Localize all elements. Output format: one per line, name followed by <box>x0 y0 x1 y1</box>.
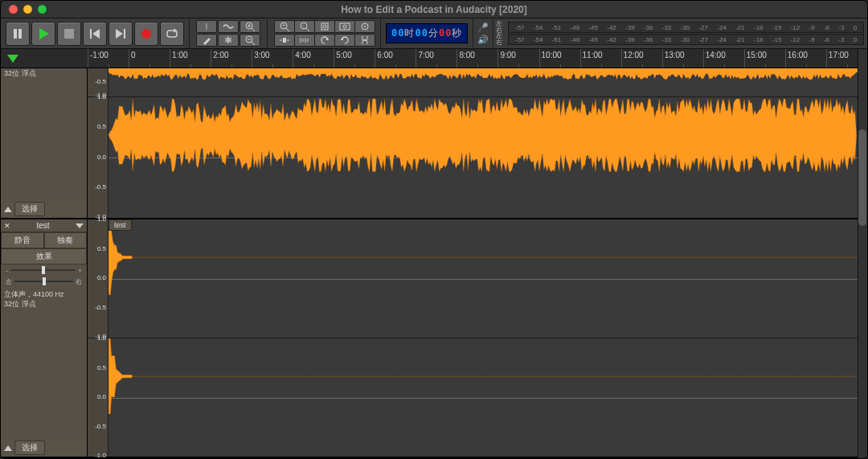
track-2-footer: 选择 <box>1 439 87 457</box>
fit-selection-button[interactable] <box>314 20 335 33</box>
ruler-tick: 14:00 <box>703 49 744 68</box>
ruler-tick: 10:00 <box>539 49 580 68</box>
svg-rect-4 <box>90 29 92 39</box>
window-title: How to Edit a Podcast in Audacity [2020] <box>1 4 867 15</box>
counter-minutes: 00 <box>415 27 428 39</box>
zoom-edit-toolbar: + - <box>268 18 381 48</box>
pause-button[interactable] <box>6 22 30 46</box>
close-window-button[interactable] <box>9 5 18 14</box>
minimize-window-button[interactable] <box>23 5 32 14</box>
select-button[interactable]: 选择 <box>14 441 45 455</box>
svg-rect-0 <box>14 29 17 39</box>
fit-project-button[interactable] <box>334 20 355 33</box>
loop-button[interactable] <box>160 22 184 46</box>
solo-button[interactable]: 独奏 <box>44 232 88 248</box>
zoom-toggle-button[interactable] <box>354 20 375 33</box>
track-2-format: 立体声，44100 Hz 32位 浮点 <box>1 287 87 311</box>
ruler-tick: 1:00 <box>170 49 211 68</box>
main-toolbar: I ✱ + - 00 <box>1 18 867 49</box>
svg-text:-: - <box>302 23 305 28</box>
skip-end-button[interactable] <box>108 22 133 46</box>
skip-start-button[interactable] <box>83 22 107 46</box>
envelope-tool[interactable] <box>218 20 239 33</box>
track-1-panel: 32位 浮点 选择 <box>1 68 88 218</box>
svg-point-26 <box>343 25 346 28</box>
close-track-icon[interactable]: ✕ <box>4 222 10 230</box>
svg-marker-38 <box>108 219 867 295</box>
vertical-scrollbar[interactable] <box>858 49 867 458</box>
play-meter-labels: 左右 <box>493 33 505 46</box>
waveform-right[interactable] <box>108 338 867 457</box>
mute-button[interactable]: 静音 <box>1 232 44 248</box>
track-1-footer: 选择 <box>1 200 87 218</box>
ruler-tick: 3:00 <box>252 49 293 68</box>
svg-point-28 <box>364 26 366 27</box>
amp-scale: 1.00.50.0-0.5-1.0 <box>88 338 108 457</box>
ruler-tick: 7:00 <box>416 49 457 68</box>
microphone-icon[interactable]: 🎤 <box>477 23 489 33</box>
time-counter-toolbar: 00时00分00秒 <box>381 18 473 48</box>
speaker-icon[interactable]: 🔊 <box>477 35 489 45</box>
stop-button[interactable] <box>57 22 81 46</box>
silence-audio-button[interactable] <box>294 34 315 47</box>
ruler-tick: 5:00 <box>334 49 375 68</box>
waveform[interactable] <box>108 68 867 96</box>
playhead-icon[interactable] <box>7 55 18 63</box>
waveform-left[interactable] <box>108 219 867 338</box>
ruler-tick: 15:00 <box>744 49 785 68</box>
draw-tool[interactable] <box>196 34 217 47</box>
svg-point-24 <box>323 25 326 28</box>
svg-rect-1 <box>18 29 22 39</box>
ruler-tick: 16:00 <box>785 49 826 68</box>
selection-tool[interactable]: I <box>196 20 217 33</box>
maximize-window-button[interactable] <box>38 5 47 14</box>
counter-seconds: 00 <box>439 27 452 39</box>
scrollbar-thumb[interactable] <box>858 129 866 226</box>
svg-rect-7 <box>124 29 125 39</box>
ruler-tick: 13:00 <box>662 49 703 68</box>
collapse-up-icon[interactable] <box>4 445 12 451</box>
play-button[interactable] <box>31 22 55 46</box>
timeline-ruler[interactable]: -1:0001:002:003:004:005:006:007:008:009:… <box>1 49 867 68</box>
svg-text:+: + <box>282 23 285 28</box>
ruler-tick: 2:00 <box>211 49 252 68</box>
track-1-body[interactable]: -0.5 -1.0 1.00.50.0-0.5-1.0 <box>88 68 867 218</box>
track-1-format: 32位 浮点 <box>1 68 87 80</box>
track-2: ✕ test 静音 独奏 效果 - + 左 右 <box>1 219 867 458</box>
redo-button[interactable] <box>334 34 355 47</box>
select-button[interactable]: 选择 <box>14 202 45 216</box>
ruler-tick: 6:00 <box>375 49 416 68</box>
amp-scale: 1.00.50.0-0.5-1.0 <box>88 97 108 218</box>
titlebar: How to Edit a Podcast in Audacity [2020] <box>1 1 867 18</box>
time-counter[interactable]: 00时00分00秒 <box>386 23 468 43</box>
undo-button[interactable] <box>314 34 335 47</box>
gain-slider[interactable]: - + <box>1 264 87 276</box>
collapse-up-icon[interactable] <box>4 207 12 212</box>
clip-label[interactable]: test <box>108 219 132 231</box>
waveform[interactable] <box>108 97 867 218</box>
recording-meter[interactable]: -57-54-51-48-45-42-39-36-33-30-27-24-21-… <box>508 22 864 33</box>
record-button[interactable] <box>134 22 158 46</box>
multi-tool[interactable]: ✱ <box>218 34 239 47</box>
zoom-in-tool-icon[interactable] <box>240 20 260 33</box>
svg-point-8 <box>141 29 151 39</box>
level-meters: 左右 -57-54-51-48-45-42-39-36-33-30-27-24-… <box>493 18 867 48</box>
svg-line-15 <box>252 42 255 45</box>
sync-lock-button[interactable] <box>354 34 375 47</box>
track-2-panel: ✕ test 静音 独奏 效果 - + 左 右 <box>1 219 88 457</box>
zoom-out-tool-icon[interactable] <box>240 34 260 47</box>
track-name[interactable]: test <box>36 221 49 230</box>
track-menu-icon[interactable] <box>76 223 84 228</box>
effects-button[interactable]: 效果 <box>1 248 87 264</box>
playback-meter[interactable]: -57-54-51-48-45-42-39-36-33-30-27-24-21-… <box>508 34 864 45</box>
ruler-tick: 0 <box>129 49 170 68</box>
edit-tools-toolbar: I ✱ <box>190 18 268 48</box>
amp-scale: 1.00.50.0-0.5-1.0 <box>88 219 108 338</box>
zoom-in-button[interactable]: + <box>274 20 295 33</box>
amp-scale: -0.5 -1.0 <box>88 68 108 96</box>
zoom-out-button[interactable]: - <box>294 20 315 33</box>
pan-slider[interactable]: 左 右 <box>1 276 87 287</box>
trim-audio-button[interactable] <box>274 34 295 47</box>
ruler-tick: 4:00 <box>293 49 334 68</box>
track-2-body[interactable]: test 1.00.50.0-0.5-1.0 1.00.50.0-0.5-1.0 <box>88 219 867 457</box>
